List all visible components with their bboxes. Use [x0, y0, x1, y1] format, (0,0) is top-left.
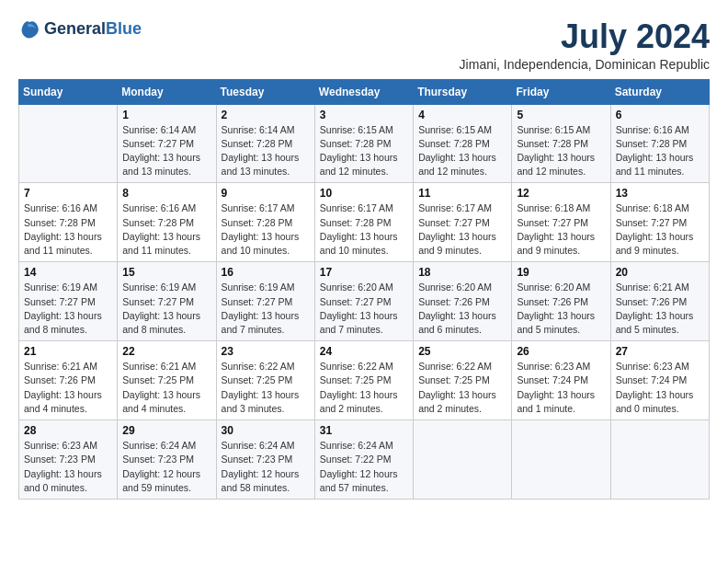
calendar-week-4: 21Sunrise: 6:21 AMSunset: 7:26 PMDayligh…	[19, 341, 710, 420]
calendar-cell: 27Sunrise: 6:23 AMSunset: 7:24 PMDayligh…	[610, 341, 709, 420]
day-info: Sunrise: 6:17 AMSunset: 7:28 PMDaylight:…	[222, 201, 310, 258]
day-info: Sunrise: 6:15 AMSunset: 7:28 PMDaylight:…	[418, 123, 506, 179]
day-number: 26	[517, 345, 605, 358]
calendar-cell	[610, 420, 709, 500]
day-info: Sunrise: 6:15 AMSunset: 7:28 PMDaylight:…	[517, 123, 605, 179]
calendar-cell: 31Sunrise: 6:24 AMSunset: 7:22 PMDayligh…	[314, 420, 413, 500]
day-info: Sunrise: 6:22 AMSunset: 7:25 PMDaylight:…	[418, 360, 506, 416]
day-info: Sunrise: 6:20 AMSunset: 7:27 PMDaylight:…	[320, 281, 408, 337]
day-info: Sunrise: 6:23 AMSunset: 7:24 PMDaylight:…	[517, 360, 605, 416]
day-number: 19	[517, 266, 605, 279]
logo-blue: Blue	[106, 19, 142, 38]
calendar-cell: 19Sunrise: 6:20 AMSunset: 7:26 PMDayligh…	[512, 262, 610, 341]
weekday-header-sunday: Sunday	[19, 79, 118, 104]
calendar-week-3: 14Sunrise: 6:19 AMSunset: 7:27 PMDayligh…	[19, 262, 710, 341]
calendar-cell: 4Sunrise: 6:15 AMSunset: 7:28 PMDaylight…	[414, 104, 512, 183]
calendar-cell: 25Sunrise: 6:22 AMSunset: 7:25 PMDayligh…	[414, 341, 512, 420]
calendar-cell: 24Sunrise: 6:22 AMSunset: 7:25 PMDayligh…	[314, 341, 413, 420]
day-info: Sunrise: 6:15 AMSunset: 7:28 PMDaylight:…	[320, 123, 408, 179]
day-info: Sunrise: 6:19 AMSunset: 7:27 PMDaylight:…	[122, 281, 210, 337]
day-number: 30	[222, 424, 310, 437]
weekday-header-thursday: Thursday	[414, 79, 512, 104]
logo: GeneralBlue	[18, 18, 142, 40]
day-number: 13	[616, 187, 704, 200]
day-number: 11	[418, 187, 506, 200]
calendar-cell: 8Sunrise: 6:16 AMSunset: 7:28 PMDaylight…	[118, 183, 216, 262]
calendar-cell	[19, 104, 118, 183]
day-number: 22	[122, 345, 210, 358]
calendar-cell: 22Sunrise: 6:21 AMSunset: 7:25 PMDayligh…	[118, 341, 216, 420]
day-info: Sunrise: 6:16 AMSunset: 7:28 PMDaylight:…	[24, 201, 112, 258]
day-info: Sunrise: 6:18 AMSunset: 7:27 PMDaylight:…	[616, 201, 704, 258]
day-number: 9	[222, 187, 310, 200]
calendar-table: SundayMondayTuesdayWednesdayThursdayFrid…	[18, 79, 710, 500]
calendar-cell: 11Sunrise: 6:17 AMSunset: 7:27 PMDayligh…	[414, 183, 512, 262]
weekday-header-monday: Monday	[118, 79, 216, 104]
weekday-header-row: SundayMondayTuesdayWednesdayThursdayFrid…	[19, 79, 710, 104]
logo-general: General	[44, 19, 106, 38]
day-info: Sunrise: 6:16 AMSunset: 7:28 PMDaylight:…	[616, 123, 704, 179]
day-info: Sunrise: 6:22 AMSunset: 7:25 PMDaylight:…	[222, 360, 310, 416]
calendar-cell: 10Sunrise: 6:17 AMSunset: 7:28 PMDayligh…	[314, 183, 413, 262]
location: Jimani, Independencia, Dominican Republi…	[460, 57, 710, 72]
day-number: 18	[418, 266, 506, 279]
day-number: 3	[320, 109, 408, 121]
day-number: 10	[320, 187, 408, 200]
calendar-cell: 18Sunrise: 6:20 AMSunset: 7:26 PMDayligh…	[414, 262, 512, 341]
day-info: Sunrise: 6:21 AMSunset: 7:25 PMDaylight:…	[122, 360, 210, 416]
day-number: 14	[24, 266, 112, 279]
day-info: Sunrise: 6:19 AMSunset: 7:27 PMDaylight:…	[222, 281, 310, 337]
day-info: Sunrise: 6:14 AMSunset: 7:28 PMDaylight:…	[222, 123, 310, 179]
weekday-header-friday: Friday	[512, 79, 610, 104]
day-info: Sunrise: 6:21 AMSunset: 7:26 PMDaylight:…	[616, 281, 704, 337]
calendar-cell: 23Sunrise: 6:22 AMSunset: 7:25 PMDayligh…	[216, 341, 314, 420]
day-number: 23	[222, 345, 310, 358]
day-info: Sunrise: 6:22 AMSunset: 7:25 PMDaylight:…	[320, 360, 408, 416]
day-info: Sunrise: 6:24 AMSunset: 7:23 PMDaylight:…	[122, 439, 210, 495]
weekday-header-wednesday: Wednesday	[314, 79, 413, 104]
month-year: July 2024	[460, 18, 710, 55]
day-number: 21	[24, 345, 112, 358]
day-number: 29	[122, 424, 210, 437]
weekday-header-saturday: Saturday	[610, 79, 709, 104]
calendar-cell: 17Sunrise: 6:20 AMSunset: 7:27 PMDayligh…	[314, 262, 413, 341]
day-number: 15	[122, 266, 210, 279]
calendar-cell: 29Sunrise: 6:24 AMSunset: 7:23 PMDayligh…	[118, 420, 216, 500]
calendar-cell	[414, 420, 512, 500]
day-number: 25	[418, 345, 506, 358]
calendar-cell: 6Sunrise: 6:16 AMSunset: 7:28 PMDaylight…	[610, 104, 709, 183]
day-number: 27	[616, 345, 704, 358]
calendar-cell: 3Sunrise: 6:15 AMSunset: 7:28 PMDaylight…	[314, 104, 413, 183]
calendar-cell: 12Sunrise: 6:18 AMSunset: 7:27 PMDayligh…	[512, 183, 610, 262]
day-number: 31	[320, 424, 408, 437]
calendar-cell: 28Sunrise: 6:23 AMSunset: 7:23 PMDayligh…	[19, 420, 118, 500]
day-number: 2	[222, 109, 310, 121]
day-number: 7	[24, 187, 112, 200]
calendar-cell: 15Sunrise: 6:19 AMSunset: 7:27 PMDayligh…	[118, 262, 216, 341]
logo-icon	[18, 18, 40, 40]
day-info: Sunrise: 6:23 AMSunset: 7:24 PMDaylight:…	[616, 360, 704, 416]
day-info: Sunrise: 6:21 AMSunset: 7:26 PMDaylight:…	[24, 360, 112, 416]
logo-text: GeneralBlue	[44, 20, 142, 39]
day-info: Sunrise: 6:20 AMSunset: 7:26 PMDaylight:…	[418, 281, 506, 337]
day-info: Sunrise: 6:14 AMSunset: 7:27 PMDaylight:…	[122, 123, 210, 179]
calendar-cell: 30Sunrise: 6:24 AMSunset: 7:23 PMDayligh…	[216, 420, 314, 500]
calendar-cell: 20Sunrise: 6:21 AMSunset: 7:26 PMDayligh…	[610, 262, 709, 341]
calendar-cell: 16Sunrise: 6:19 AMSunset: 7:27 PMDayligh…	[216, 262, 314, 341]
day-info: Sunrise: 6:20 AMSunset: 7:26 PMDaylight:…	[517, 281, 605, 337]
day-number: 1	[122, 109, 210, 121]
calendar-week-2: 7Sunrise: 6:16 AMSunset: 7:28 PMDaylight…	[19, 183, 710, 262]
day-info: Sunrise: 6:24 AMSunset: 7:23 PMDaylight:…	[222, 439, 310, 495]
day-number: 4	[418, 109, 506, 121]
day-info: Sunrise: 6:24 AMSunset: 7:22 PMDaylight:…	[320, 439, 408, 495]
calendar-cell: 9Sunrise: 6:17 AMSunset: 7:28 PMDaylight…	[216, 183, 314, 262]
calendar-week-1: 1Sunrise: 6:14 AMSunset: 7:27 PMDaylight…	[19, 104, 710, 183]
day-number: 8	[122, 187, 210, 200]
day-info: Sunrise: 6:23 AMSunset: 7:23 PMDaylight:…	[24, 439, 112, 495]
calendar-cell: 26Sunrise: 6:23 AMSunset: 7:24 PMDayligh…	[512, 341, 610, 420]
title-block: July 2024 Jimani, Independencia, Dominic…	[460, 18, 710, 72]
calendar-cell: 14Sunrise: 6:19 AMSunset: 7:27 PMDayligh…	[19, 262, 118, 341]
calendar-cell	[512, 420, 610, 500]
day-info: Sunrise: 6:17 AMSunset: 7:27 PMDaylight:…	[418, 201, 506, 258]
day-info: Sunrise: 6:19 AMSunset: 7:27 PMDaylight:…	[24, 281, 112, 337]
